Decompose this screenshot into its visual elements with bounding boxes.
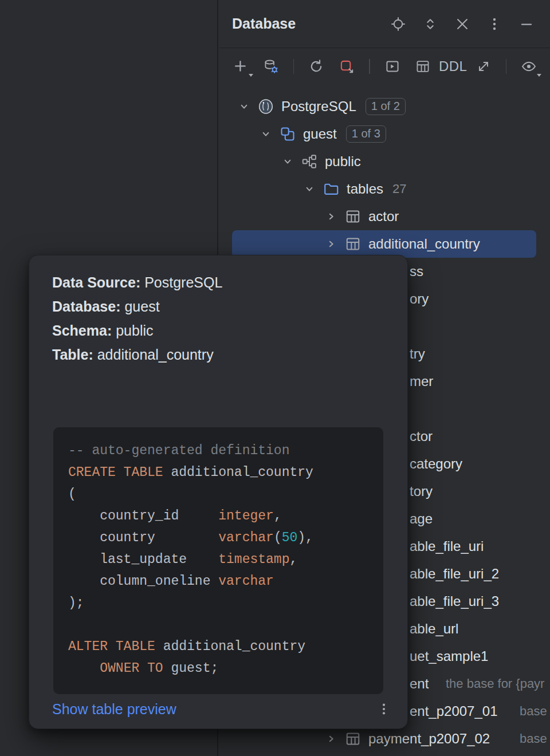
tree-item-additional-country[interactable]: additional_country: [232, 230, 536, 258]
tree-item-label: category: [410, 456, 462, 472]
refresh-button[interactable]: [305, 56, 327, 77]
cancel-running-icon: [339, 58, 355, 74]
table-icon: [344, 235, 362, 253]
tree-item-label: payment_p2007_02: [368, 731, 490, 747]
locate-icon: [390, 16, 406, 32]
chevron-down-icon[interactable]: [302, 182, 317, 196]
tree-item-label: guest: [303, 126, 337, 142]
tooltip-info-row: Data Source: PostgreSQL: [52, 270, 384, 294]
tree-item-public[interactable]: public: [219, 148, 550, 175]
chevron-right-icon[interactable]: [324, 731, 339, 746]
show-table-preview-link[interactable]: Show table preview: [52, 701, 176, 717]
tooltip-info-label: Database:: [52, 298, 121, 314]
code-line: column_oneline varchar: [68, 570, 368, 592]
tree-item-label: PostgreSQL: [281, 99, 356, 115]
tree-item-label: tory: [410, 483, 433, 499]
code-line: ALTER TABLE additional_country: [68, 636, 368, 657]
tree-item-label: additional_country: [368, 236, 480, 252]
tree-item-postgresql[interactable]: PostgreSQL1 of 2: [219, 93, 550, 120]
code-line: country varchar(50),: [68, 527, 368, 549]
item-comment: base: [520, 704, 547, 719]
jump-to-console-icon: [384, 58, 400, 74]
tree-item-label: able_url: [410, 621, 458, 637]
tree-item-label: ent: [410, 676, 429, 692]
chevron-down-icon[interactable]: [258, 127, 273, 141]
tree-item-guest[interactable]: guest1 of 3: [219, 120, 550, 148]
toolbar-separator: [369, 59, 370, 74]
collapse-all-icon: [454, 16, 470, 32]
tooltip-kebab-icon[interactable]: [376, 702, 391, 716]
tree-item-label: try: [410, 346, 425, 362]
panel-header: Database: [219, 0, 550, 48]
item-count: 27: [392, 182, 406, 196]
folder-icon: [323, 180, 340, 198]
expand-collapse-button[interactable]: [421, 14, 440, 34]
options-icon: [486, 16, 502, 32]
tooltip-info-value: PostgreSQL: [140, 274, 222, 290]
tree-item-label: tables: [347, 181, 383, 197]
new-item-caret-icon: [249, 74, 253, 77]
tooltip-info-value: guest: [121, 298, 160, 314]
code-line: (: [68, 483, 368, 505]
table-icon: [344, 208, 362, 225]
item-comment: the base for {payr: [446, 676, 544, 691]
toolbar-separator: [293, 59, 294, 74]
datasource-properties-icon: [263, 58, 279, 74]
open-table-button[interactable]: [412, 56, 434, 77]
tree-item-label: able_file_uri_3: [410, 593, 499, 609]
ddl-button[interactable]: DDL: [442, 56, 464, 77]
chevron-right-icon[interactable]: [324, 237, 339, 251]
tooltip-info: Data Source: PostgreSQLDatabase: guestSc…: [52, 270, 384, 367]
locate-button[interactable]: [388, 14, 408, 34]
count-badge: 1 of 3: [346, 125, 386, 143]
panel-title: Database: [232, 15, 296, 32]
schema-icon: [301, 153, 318, 170]
tree-item-label: mer: [410, 373, 433, 389]
tooltip-info-row: Schema: public: [52, 318, 384, 342]
tooltip-info-row: Database: guest: [52, 294, 384, 318]
open-table-icon: [415, 58, 431, 74]
postgres-icon: [257, 98, 274, 115]
tree-item-payment-p2007-02[interactable]: payment_p2007_02base: [219, 725, 550, 753]
new-item-button[interactable]: [230, 56, 252, 77]
preview-icon: [521, 58, 537, 74]
tree-item-label: age: [410, 511, 433, 527]
hide-button[interactable]: [517, 14, 536, 34]
navigate-button[interactable]: [473, 56, 494, 77]
ddl-code-block: -- auto-generated definitionCREATE TABLE…: [53, 427, 383, 694]
code-line: CREATE TABLE additional_country: [68, 462, 368, 483]
chevron-down-icon[interactable]: [280, 154, 295, 169]
table-info-tooltip: Data Source: PostgreSQLDatabase: guestSc…: [29, 255, 408, 729]
preview-button[interactable]: [518, 56, 540, 77]
toolbar-separator: [506, 59, 506, 74]
refresh-icon: [308, 58, 324, 74]
datasource-properties-button[interactable]: [260, 56, 282, 77]
tree-item-label: ory: [410, 291, 429, 307]
collapse-all-button[interactable]: [453, 14, 472, 34]
tooltip-footer: Show table preview: [52, 701, 384, 718]
jump-to-console-button[interactable]: [382, 56, 403, 77]
tree-item-label: ent_p2007_01: [410, 703, 498, 719]
code-line: );: [68, 592, 368, 614]
cancel-running-button[interactable]: [336, 56, 358, 77]
panel-header-icons: [388, 14, 536, 34]
code-line: OWNER TO guest;: [68, 657, 368, 679]
chevron-down-icon[interactable]: [237, 99, 252, 114]
tree-item-actor[interactable]: actor: [219, 203, 550, 230]
chevron-right-icon[interactable]: [324, 209, 339, 224]
tooltip-info-label: Data Source:: [52, 274, 140, 290]
tooltip-info-value: additional_country: [93, 346, 214, 363]
tooltip-info-row: Table: additional_country: [52, 342, 384, 367]
hide-icon: [518, 16, 535, 32]
expand-collapse-icon: [422, 16, 438, 32]
options-button[interactable]: [485, 14, 504, 34]
ddl-label: DDL: [437, 58, 470, 74]
count-badge: 1 of 2: [366, 98, 406, 115]
tree-item-label: actor: [368, 208, 399, 225]
code-line: [68, 614, 368, 636]
tooltip-info-value: public: [112, 322, 153, 338]
tree-item-tables[interactable]: tables27: [219, 175, 550, 203]
code-line: -- auto-generated definition: [68, 440, 368, 462]
panel-toolbar: DDL: [219, 48, 550, 85]
preview-caret-icon: [537, 74, 541, 77]
